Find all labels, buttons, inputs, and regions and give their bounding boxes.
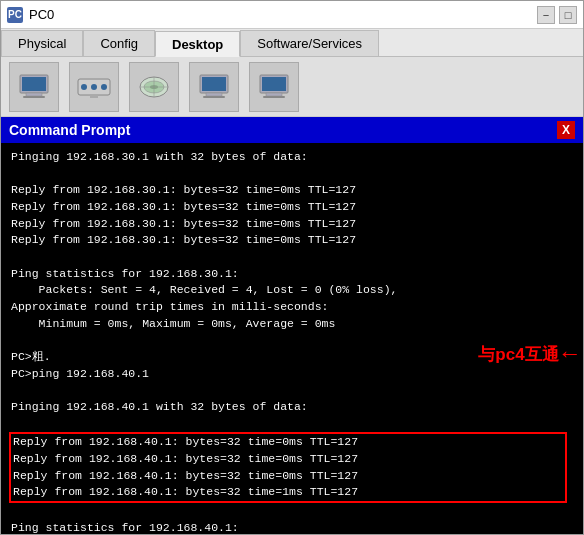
annotation-container: 与pc4互通 ← <box>478 338 577 373</box>
minimize-button[interactable]: − <box>537 6 555 24</box>
svg-rect-21 <box>262 77 286 91</box>
annotation-arrow: ← <box>563 338 577 373</box>
window-title: PC0 <box>29 7 537 22</box>
svg-rect-17 <box>202 77 226 91</box>
device-icon-5 <box>249 62 299 112</box>
svg-point-6 <box>91 84 97 90</box>
svg-rect-2 <box>23 96 45 98</box>
device-icon-4 <box>189 62 239 112</box>
cmd-title-label: Command Prompt <box>9 122 130 138</box>
cmd-section: Command Prompt X Pinging 192.168.30.1 wi… <box>1 117 583 534</box>
window-icon: PC <box>7 7 23 23</box>
tab-config[interactable]: Config <box>83 30 155 56</box>
device-svg-3 <box>136 69 172 105</box>
device-svg-5 <box>256 69 292 105</box>
device-svg-4 <box>196 69 232 105</box>
svg-rect-8 <box>90 95 98 98</box>
main-window: PC PC0 − □ Physical Config Desktop Softw… <box>0 0 584 535</box>
svg-point-5 <box>81 84 87 90</box>
tab-desktop[interactable]: Desktop <box>155 31 240 57</box>
svg-rect-3 <box>22 77 46 91</box>
device-svg-2 <box>76 69 112 105</box>
cmd-close-button[interactable]: X <box>557 121 575 139</box>
svg-point-7 <box>101 84 107 90</box>
tab-physical[interactable]: Physical <box>1 30 83 56</box>
device-bar <box>1 57 583 117</box>
svg-rect-20 <box>263 96 285 98</box>
cmd-title-bar: Command Prompt X <box>1 117 583 143</box>
window-controls: − □ <box>537 6 577 24</box>
svg-rect-15 <box>206 93 222 96</box>
svg-rect-1 <box>26 93 42 96</box>
maximize-button[interactable]: □ <box>559 6 577 24</box>
tab-software-services[interactable]: Software/Services <box>240 30 379 56</box>
highlighted-replies: Reply from 192.168.40.1: bytes=32 time=0… <box>9 432 567 503</box>
annotation-label: 与pc4互通 <box>478 343 558 368</box>
cmd-body[interactable]: Pinging 192.168.30.1 with 32 bytes of da… <box>1 143 583 534</box>
device-icon-1 <box>9 62 59 112</box>
tab-bar: Physical Config Desktop Software/Service… <box>1 29 583 57</box>
svg-rect-16 <box>203 96 225 98</box>
title-bar: PC PC0 − □ <box>1 1 583 29</box>
device-icon-3 <box>129 62 179 112</box>
device-svg-1 <box>16 69 52 105</box>
svg-rect-19 <box>266 93 282 96</box>
device-icon-2 <box>69 62 119 112</box>
